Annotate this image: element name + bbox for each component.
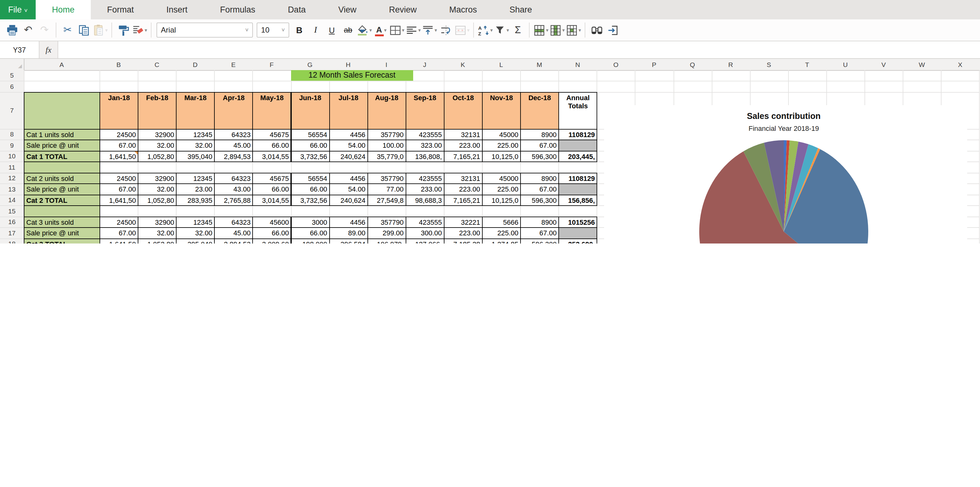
cell[interactable]: 1,641,50 (100, 238, 138, 244)
underline-button[interactable]: U (324, 22, 339, 38)
cell[interactable]: 54.00 (329, 140, 368, 151)
cell[interactable]: 596,300 (520, 194, 559, 206)
cell[interactable]: Jan-18 (100, 92, 138, 129)
fill-color-button[interactable]: ▾ (357, 22, 372, 38)
cell[interactable]: Oct-18 (444, 92, 483, 129)
cell[interactable]: Cat 3 TOTAL (24, 238, 100, 244)
font-color-button[interactable]: A▾ (373, 22, 388, 38)
cell[interactable]: 106,979, (367, 238, 406, 244)
cell[interactable]: 299.00 (367, 227, 406, 239)
cell[interactable]: 45600 (253, 216, 291, 228)
cell[interactable]: Sep-18 (406, 92, 444, 129)
cell[interactable]: 32221 (444, 216, 483, 228)
cell[interactable]: 1108129 (558, 129, 597, 140)
column-header-B[interactable]: B (100, 59, 138, 70)
cell[interactable]: 2,894,53 (215, 151, 253, 162)
cell[interactable]: 66.00 (291, 227, 329, 239)
filter-button[interactable]: ▾ (494, 22, 509, 38)
find-button[interactable] (589, 22, 604, 38)
cell[interactable]: Aug-18 (367, 92, 406, 129)
cell[interactable]: 233.00 (406, 183, 444, 195)
cell[interactable]: 223.00 (444, 227, 483, 239)
cell[interactable]: 3,014,55 (253, 194, 291, 206)
cell[interactable]: 32.00 (176, 227, 215, 239)
cell[interactable]: Annual Totals (558, 92, 597, 129)
column-header-N[interactable]: N (558, 59, 597, 70)
column-header-F[interactable]: F (253, 59, 291, 70)
cell[interactable]: 66.00 (253, 140, 291, 151)
cell[interactable]: Sale price @ unit (24, 140, 100, 151)
column-header-A[interactable]: A (24, 59, 100, 70)
clear-formatting-button[interactable]: ▾ (132, 22, 147, 38)
row-header-9[interactable]: 9 (0, 140, 24, 151)
font-size-select[interactable]: 10˅ (257, 22, 289, 38)
cell[interactable]: 77.00 (367, 183, 406, 195)
cell[interactable]: 225.00 (482, 140, 521, 151)
row-header-6[interactable]: 6 (0, 81, 24, 92)
cell[interactable]: 240,624 (329, 194, 368, 206)
cell[interactable]: 8900 (520, 129, 559, 140)
cell[interactable]: Jul-18 (329, 92, 368, 129)
cell[interactable]: 3,014,55 (253, 151, 291, 162)
cell[interactable]: Cat 2 TOTAL (24, 194, 100, 206)
sort-button[interactable]: AZ▾ (478, 22, 493, 38)
merge-cells-button[interactable]: ▾ (455, 22, 469, 38)
cell[interactable]: Cat 1 units sold (24, 129, 100, 140)
cell[interactable]: 10,125,0 (482, 194, 521, 206)
cell[interactable]: 223.00 (444, 183, 483, 195)
cut-button[interactable]: ✂ (60, 22, 75, 38)
cell[interactable]: 67.00 (520, 183, 559, 195)
cell[interactable]: 98,688,3 (406, 194, 444, 206)
cell[interactable]: 5666 (482, 216, 521, 228)
cell[interactable]: 35,779,0 (367, 151, 406, 162)
row-header-14[interactable]: 14 (0, 194, 24, 205)
column-header-K[interactable]: K (444, 59, 482, 70)
cell[interactable] (24, 92, 100, 129)
row-header-12[interactable]: 12 (0, 172, 24, 183)
cell[interactable]: 32.00 (138, 227, 177, 239)
cell[interactable]: 100.00 (367, 140, 406, 151)
menu-item-review[interactable]: Review (373, 0, 433, 19)
cell[interactable]: 45675 (253, 172, 291, 184)
cell[interactable]: 54.00 (329, 183, 368, 195)
cell[interactable]: 24500 (100, 129, 138, 140)
cell[interactable]: 203,445, (558, 151, 597, 162)
cell[interactable]: 32900 (138, 172, 177, 184)
cell[interactable]: 24500 (100, 172, 138, 184)
cell[interactable]: Jun-18 (291, 92, 329, 129)
column-header-W[interactable]: W (903, 59, 941, 70)
cell[interactable]: 4456 (329, 129, 368, 140)
menu-item-data[interactable]: Data (272, 0, 322, 19)
cell[interactable]: 1015256 (558, 216, 597, 228)
cell[interactable]: 423555 (406, 172, 444, 184)
cell[interactable]: 67.00 (520, 140, 559, 151)
row-header-18[interactable]: 18 (0, 238, 24, 244)
copy-button[interactable] (76, 22, 91, 38)
cell[interactable]: 32.00 (138, 183, 177, 195)
cell[interactable]: 89.00 (329, 227, 368, 239)
column-header-T[interactable]: T (788, 59, 826, 70)
cell[interactable]: Dec-18 (520, 92, 559, 129)
column-header-J[interactable]: J (406, 59, 444, 70)
cell[interactable]: 357790 (367, 129, 406, 140)
cell[interactable] (558, 183, 597, 195)
format-painter-button[interactable] (116, 22, 131, 38)
strikethrough-button[interactable]: ab (340, 22, 356, 38)
row-header-8[interactable]: 8 (0, 129, 24, 140)
cell[interactable]: 223.00 (444, 140, 483, 151)
formula-input[interactable] (58, 41, 980, 58)
cell[interactable]: 43.00 (215, 183, 253, 195)
insert-function-button[interactable]: fx (40, 41, 58, 58)
column-header-E[interactable]: E (215, 59, 253, 70)
cell[interactable]: 396,584 (329, 238, 368, 244)
cell[interactable]: 24500 (100, 216, 138, 228)
cell[interactable]: 7,185,28 (444, 238, 483, 244)
cell[interactable]: 10,125,0 (482, 151, 521, 162)
font-name-select[interactable]: Arial˅ (156, 22, 253, 38)
cell[interactable]: Cat 3 units sold (24, 216, 100, 228)
cell[interactable]: 27,549,8 (367, 194, 406, 206)
cell[interactable]: 67.00 (520, 227, 559, 239)
cell[interactable]: 64323 (215, 129, 253, 140)
cell[interactable]: 357790 (367, 172, 406, 184)
menu-item-format[interactable]: Format (91, 0, 150, 19)
